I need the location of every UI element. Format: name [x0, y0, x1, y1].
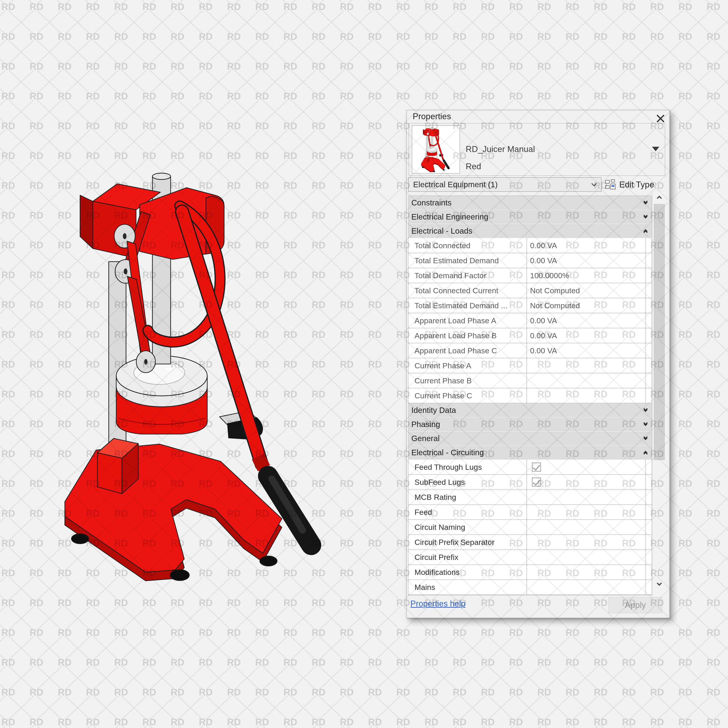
filter-selected: Electrical Equipment (1): [413, 180, 498, 189]
property-value[interactable]: [526, 550, 645, 564]
property-value[interactable]: [526, 475, 645, 489]
edit-type-label: Edit Type: [619, 180, 654, 190]
property-name: Apparent Load Phase A: [408, 313, 526, 328]
scrollbar-thumb[interactable]: [654, 204, 665, 460]
row-extra-cell: [645, 268, 652, 283]
property-value: 0.00 VA: [526, 313, 645, 328]
close-icon[interactable]: [656, 113, 665, 122]
property-name: Circuit Prefix Separator: [408, 535, 526, 549]
property-value[interactable]: [526, 490, 645, 505]
collapse-section-icon[interactable]: [644, 230, 647, 232]
section-label: Identity Data: [411, 405, 456, 415]
property-row: Modifications: [408, 565, 652, 580]
property-row: Total Connected CurrentNot Computed: [408, 283, 652, 298]
property-value[interactable]: [526, 580, 645, 595]
edit-type-icon: [605, 179, 616, 190]
section-header[interactable]: Electrical - Circuiting: [408, 446, 652, 460]
property-row: Total Connected0.00 VA: [408, 238, 652, 253]
expand-section-icon[interactable]: [644, 409, 647, 411]
panel-title: Properties: [413, 112, 451, 121]
row-extra-cell: [645, 328, 652, 343]
property-value[interactable]: [526, 565, 645, 580]
juicer-rod-top: [153, 173, 171, 179]
apply-button[interactable]: Apply: [609, 597, 662, 613]
section-label: General: [411, 434, 440, 443]
checkbox-checked-icon[interactable]: [532, 462, 541, 472]
juicer-head-left-side: [80, 195, 93, 248]
property-name: Current Phase A: [408, 358, 526, 373]
property-value[interactable]: [526, 535, 645, 549]
section-label: Electrical - Circuiting: [411, 448, 484, 457]
section-header[interactable]: Electrical - Loads: [408, 224, 652, 238]
property-row: Feed Through Lugs: [408, 460, 652, 475]
property-value: 0.00 VA: [526, 238, 645, 253]
expand-section-icon[interactable]: [644, 216, 647, 218]
row-extra-cell: [645, 373, 652, 388]
checkbox-checked-icon[interactable]: [532, 477, 541, 486]
property-value: Not Computed: [526, 283, 645, 298]
edit-type-button[interactable]: Edit Type: [605, 177, 665, 192]
row-extra-cell: [645, 283, 652, 298]
property-value: [526, 373, 645, 388]
property-value: [526, 358, 645, 373]
properties-help-link[interactable]: Properties help: [410, 599, 465, 609]
row-extra-cell: [645, 358, 652, 373]
expand-section-icon[interactable]: [644, 437, 647, 439]
property-name: Total Estimated Demand: [408, 253, 526, 268]
property-row: Mains: [408, 580, 652, 595]
row-extra-cell: [645, 580, 652, 595]
type-dropdown-icon[interactable]: [652, 147, 659, 151]
property-row: Apparent Load Phase A0.00 VA: [408, 313, 652, 328]
property-value[interactable]: [526, 520, 645, 534]
property-name: Apparent Load Phase B: [408, 328, 526, 343]
section-header[interactable]: Phasing: [408, 418, 652, 431]
section-header[interactable]: Constraints: [408, 196, 652, 210]
property-value[interactable]: [526, 460, 645, 474]
juicer-foot-front: [170, 570, 189, 581]
property-row: Total Estimated Demand0.00 VA: [408, 253, 652, 268]
scroll-up-icon[interactable]: [653, 192, 666, 202]
section-label: Phasing: [411, 420, 440, 429]
juicer-3d-render: [61, 168, 332, 585]
property-name: Modifications: [408, 565, 526, 580]
row-extra-cell: [645, 505, 652, 519]
juicer-mount-front: [97, 453, 122, 494]
property-value: 0.00 VA: [526, 328, 645, 343]
section-label: Electrical - Loads: [411, 226, 472, 236]
row-extra-cell: [645, 565, 652, 580]
property-row: Current Phase B: [408, 373, 652, 388]
row-extra-cell: [645, 460, 652, 474]
collapse-section-icon[interactable]: [644, 451, 647, 454]
juicer-handle-collar: [258, 456, 264, 468]
property-name: SubFeed Lugs: [408, 475, 526, 489]
juicer-3d-model[interactable]: [61, 168, 332, 585]
property-name: Total Estimated Demand ...: [408, 298, 526, 313]
property-name: Total Connected Current: [408, 283, 526, 298]
row-extra-cell: [645, 388, 652, 403]
expand-section-icon[interactable]: [644, 423, 647, 425]
section-header[interactable]: Electrical Engineering: [408, 210, 652, 224]
filter-combobox[interactable]: Electrical Equipment (1): [408, 177, 601, 192]
juicer-pulley-slot: [123, 233, 127, 239]
property-name: Mains: [408, 580, 526, 595]
type-selector[interactable]: RD_Juicer Manual Red: [408, 123, 665, 176]
scrollbar[interactable]: [652, 192, 666, 596]
section-label: Constraints: [411, 198, 451, 207]
property-row: SubFeed Lugs: [408, 475, 652, 490]
property-value: 0.00 VA: [526, 343, 645, 358]
section-header[interactable]: Identity Data: [408, 403, 652, 418]
section-header[interactable]: General: [408, 431, 652, 446]
expand-section-icon[interactable]: [644, 202, 647, 204]
property-name: MCB Rating: [408, 490, 526, 505]
property-name: Total Connected: [408, 238, 526, 253]
property-row: Circuit Prefix Separator: [408, 535, 652, 550]
property-row: Total Estimated Demand ...Not Computed: [408, 298, 652, 313]
scroll-down-icon[interactable]: [653, 579, 666, 589]
juicer-highlight: [165, 367, 173, 371]
row-extra-cell: [645, 475, 652, 489]
property-value: 0.00 VA: [526, 253, 645, 268]
property-name: Feed Through Lugs: [408, 460, 526, 474]
property-value[interactable]: [526, 505, 645, 519]
property-row: Circuit Naming: [408, 520, 652, 535]
juicer-collar-slot: [144, 359, 147, 364]
